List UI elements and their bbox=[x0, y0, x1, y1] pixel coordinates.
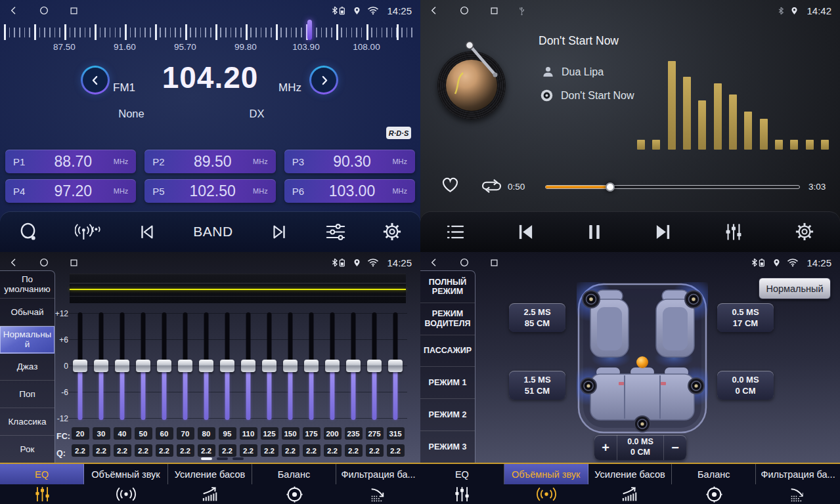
tab-bass-boost[interactable]: Усиление басов bbox=[588, 464, 673, 504]
nav-back-icon[interactable] bbox=[429, 5, 439, 16]
nav-recents-icon[interactable] bbox=[489, 258, 499, 268]
eq-band-slider[interactable] bbox=[259, 312, 280, 420]
eq-slider-thumb[interactable] bbox=[388, 360, 403, 372]
eq-band-fc-value[interactable]: 200 bbox=[324, 427, 342, 440]
progress-bar[interactable] bbox=[545, 185, 800, 189]
eq-band-slider[interactable] bbox=[91, 312, 112, 420]
tab-surround[interactable]: Объёмный звук bbox=[504, 464, 588, 504]
eq-band-fc-value[interactable]: 125 bbox=[261, 427, 278, 440]
eq-band-q-value[interactable]: 2.2 bbox=[93, 444, 110, 457]
eq-band-fc-value[interactable]: 80 bbox=[198, 427, 215, 440]
nav-home-icon[interactable] bbox=[39, 257, 49, 268]
eq-slider-thumb[interactable] bbox=[367, 360, 382, 372]
nav-back-icon[interactable] bbox=[9, 257, 19, 268]
eq-preset-classic[interactable]: Классика bbox=[0, 408, 55, 436]
eq-band-fc-value[interactable]: 110 bbox=[240, 427, 257, 440]
eq-band-q-value[interactable]: 2.2 bbox=[324, 444, 342, 457]
eq-band-q-value[interactable]: 2.2 bbox=[282, 444, 299, 457]
eq-band-fc-value[interactable]: 30 bbox=[93, 427, 110, 440]
eq-slider-thumb[interactable] bbox=[94, 360, 108, 372]
eq-band-fc-value[interactable]: 175 bbox=[303, 427, 321, 440]
settings-gear-icon[interactable] bbox=[795, 222, 814, 242]
nav-recents-icon[interactable] bbox=[69, 6, 79, 16]
eq-band-fc-value[interactable]: 150 bbox=[282, 427, 299, 440]
eq-band-slider[interactable] bbox=[280, 312, 301, 420]
eq-slider-thumb[interactable] bbox=[346, 360, 361, 372]
nav-recents-icon[interactable] bbox=[69, 258, 79, 268]
eq-slider-thumb[interactable] bbox=[73, 360, 87, 372]
eq-band-slider[interactable] bbox=[322, 312, 343, 420]
eq-preset-pop[interactable]: Поп bbox=[0, 381, 55, 408]
listening-mode-item[interactable]: ПОЛНЫЙ РЕЖИМ bbox=[420, 271, 475, 303]
eq-band-fc-value[interactable]: 235 bbox=[345, 427, 363, 440]
eq-page-indicator[interactable] bbox=[201, 457, 244, 460]
eq-band-fc-value[interactable]: 95 bbox=[219, 427, 236, 440]
radio-preset-button[interactable]: P2 89.50 MHz bbox=[144, 150, 275, 173]
eq-band-slider[interactable] bbox=[70, 312, 91, 420]
favorite-heart-icon[interactable] bbox=[440, 175, 460, 194]
eq-band-q-value[interactable]: 2.2 bbox=[219, 444, 236, 457]
eq-band-fc-value[interactable]: 70 bbox=[177, 427, 194, 440]
eq-band-fc-value[interactable]: 275 bbox=[366, 427, 384, 440]
eq-preset-normal[interactable]: Нормальный bbox=[0, 326, 55, 354]
eq-band-q-value[interactable]: 2.2 bbox=[303, 444, 321, 457]
eq-band-slider[interactable] bbox=[301, 312, 322, 420]
eq-band-fc-value[interactable]: 60 bbox=[156, 427, 173, 440]
equalizer-shortcut-icon[interactable] bbox=[724, 222, 743, 242]
listening-mode-item[interactable]: РЕЖИМ 3 bbox=[420, 431, 475, 463]
delay-rear-right-button[interactable]: 0.0 MS 0 CM bbox=[717, 371, 774, 400]
eq-slider-thumb[interactable] bbox=[115, 360, 129, 372]
tab-filter[interactable]: Фильтрация ба... bbox=[336, 464, 420, 504]
dx-antenna-icon[interactable] bbox=[75, 223, 101, 241]
eq-band-fc-value[interactable]: 315 bbox=[387, 427, 405, 440]
nav-home-icon[interactable] bbox=[459, 5, 470, 16]
eq-band-q-value[interactable]: 2.2 bbox=[387, 444, 405, 457]
nav-back-icon[interactable] bbox=[429, 257, 439, 268]
tab-surround[interactable]: Объёмный звук bbox=[84, 464, 168, 504]
eq-band-slider[interactable] bbox=[175, 312, 196, 420]
repeat-mode-icon[interactable] bbox=[481, 178, 502, 194]
eq-slider-thumb[interactable] bbox=[325, 360, 340, 372]
tab-eq[interactable]: EQ bbox=[420, 464, 504, 504]
radio-preset-button[interactable]: P6 103.00 MHz bbox=[284, 179, 415, 203]
eq-slider-thumb[interactable] bbox=[157, 360, 171, 372]
eq-band-fc-value[interactable]: 50 bbox=[135, 427, 152, 440]
eq-band-slider[interactable] bbox=[217, 312, 238, 420]
delay-rear-left-button[interactable]: 1.5 MS 51 CM bbox=[509, 371, 565, 400]
album-art[interactable] bbox=[437, 51, 506, 119]
eq-band-q-value[interactable]: 2.2 bbox=[72, 444, 89, 457]
eq-band-slider[interactable] bbox=[364, 312, 385, 420]
eq-preset-custom[interactable]: Обычай bbox=[0, 299, 55, 326]
eq-band-q-value[interactable]: 2.2 bbox=[177, 444, 194, 457]
tune-down-button[interactable] bbox=[81, 66, 110, 94]
eq-band-q-value[interactable]: 2.2 bbox=[135, 444, 152, 457]
soundfield-preset-button[interactable]: Нормальный bbox=[759, 278, 831, 299]
eq-band-slider[interactable] bbox=[133, 312, 154, 420]
eq-band-slider[interactable] bbox=[385, 312, 406, 420]
eq-preset-rock[interactable]: Рок bbox=[0, 436, 55, 463]
eq-band-q-value[interactable]: 2.2 bbox=[114, 444, 131, 457]
scan-icon[interactable] bbox=[18, 222, 39, 242]
frequency-dial[interactable] bbox=[4, 24, 416, 41]
previous-track-icon[interactable] bbox=[516, 223, 535, 241]
eq-band-q-value[interactable]: 2.2 bbox=[366, 444, 384, 457]
next-track-icon[interactable] bbox=[653, 223, 673, 241]
tab-eq[interactable]: EQ bbox=[0, 464, 84, 504]
eq-band-slider[interactable] bbox=[343, 312, 364, 420]
eq-preset-default[interactable]: По умолчанию bbox=[0, 271, 55, 299]
tab-balance[interactable]: Баланс bbox=[672, 464, 756, 504]
eq-slider-thumb[interactable] bbox=[241, 360, 255, 372]
radio-preset-button[interactable]: P3 90.30 MHz bbox=[284, 150, 415, 173]
eq-band-q-value[interactable]: 2.2 bbox=[198, 444, 215, 457]
radio-preset-button[interactable]: P5 102.50 MHz bbox=[144, 179, 275, 203]
eq-band-slider[interactable] bbox=[238, 312, 259, 420]
eq-band-q-value[interactable]: 2.2 bbox=[240, 444, 257, 457]
dial-pointer[interactable] bbox=[307, 20, 312, 40]
listening-mode-item[interactable]: РЕЖИМ 1 bbox=[420, 367, 475, 399]
eq-slider-thumb[interactable] bbox=[136, 360, 150, 372]
delay-decrease-button[interactable]: − bbox=[664, 435, 686, 460]
delay-front-left-button[interactable]: 2.5 MS 85 CM bbox=[509, 303, 565, 332]
nav-home-icon[interactable] bbox=[459, 257, 470, 268]
eq-slider-thumb[interactable] bbox=[199, 360, 213, 372]
eq-slider-thumb[interactable] bbox=[283, 360, 298, 372]
